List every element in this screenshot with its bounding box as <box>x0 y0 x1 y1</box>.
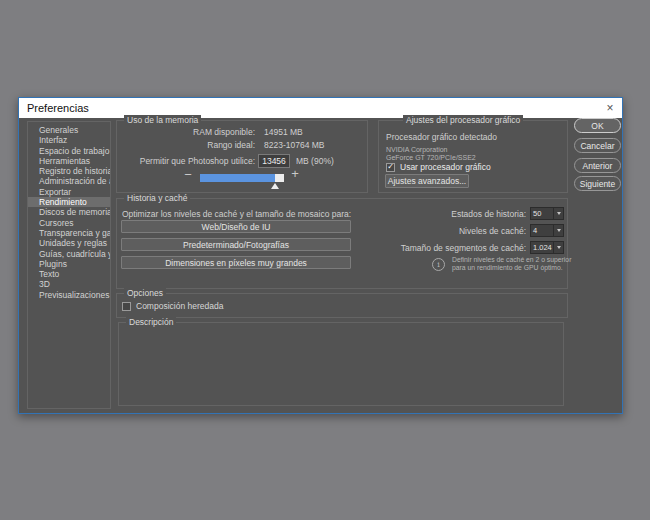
ram-available-row: RAM disponible: 14951 MB <box>117 127 363 137</box>
chevron-down-icon <box>553 225 563 236</box>
memory-section: Uso de la memoria RAM disponible: 14951 … <box>116 120 368 193</box>
sidebar-item-generales[interactable]: Generales <box>28 125 110 135</box>
close-icon[interactable]: × <box>602 100 618 116</box>
sidebar-item-texto[interactable]: Texto <box>28 269 110 279</box>
cache-levels-select[interactable]: 4 <box>530 224 564 237</box>
gpu-section: Ajustes del procesador gráfico Procesado… <box>378 120 568 193</box>
plus-icon[interactable]: + <box>288 166 302 181</box>
history-cache-title: Historia y caché <box>124 193 190 203</box>
sidebar-item-herramientas[interactable]: Herramientas <box>28 156 110 166</box>
history-cache-section: Historia y caché Optimizar los niveles d… <box>116 198 568 289</box>
preferences-dialog: Preferencias × Generales Interfaz Espaci… <box>18 97 623 414</box>
history-states-select[interactable]: 50 <box>530 207 564 220</box>
sidebar-item-discos-de-memoria-virtual[interactable]: Discos de memoria virtual <box>28 207 110 217</box>
ok-button[interactable]: OK <box>574 118 621 133</box>
cache-levels-value: 4 <box>531 226 553 235</box>
let-photoshop-use-label: Permitir que Photoshop utilice: <box>117 156 255 166</box>
description-section: Descripción <box>118 322 564 406</box>
ram-available-value: 14951 MB <box>264 127 303 137</box>
ram-available-label: RAM disponible: <box>117 127 255 137</box>
next-button[interactable]: Siguiente <box>574 176 621 191</box>
use-gpu-checkbox[interactable]: ✓ <box>386 163 395 172</box>
gpu-section-title: Ajustes del procesador gráfico <box>403 115 523 125</box>
gpu-model: GeForce GT 720/PCIe/SSE2 <box>386 154 476 161</box>
info-icon: i <box>432 258 445 271</box>
sidebar-item-previsualizaciones[interactable]: Previsualizaciones de tecnología <box>28 290 110 300</box>
sidebar-item-transparencia-y-gama[interactable]: Transparencia y gama <box>28 228 110 238</box>
advanced-settings-button[interactable]: Ajustes avanzados... <box>385 174 469 188</box>
memory-unit-label: MB (90%) <box>296 156 334 166</box>
cache-tile-size-label: Tamaño de segmentos de caché: <box>401 243 526 253</box>
gpu-vendor: NVIDIA Corporation <box>386 146 447 153</box>
options-title: Opciones <box>124 288 166 298</box>
cache-tile-size-select[interactable]: 1.024 K <box>530 241 564 254</box>
sidebar-item-interfaz[interactable]: Interfaz <box>28 135 110 145</box>
memory-slider-thumb[interactable] <box>271 183 279 189</box>
cache-tile-size-value: 1.024 K <box>531 243 553 252</box>
sidebar: Generales Interfaz Espacio de trabajo He… <box>27 121 111 409</box>
cache-info-text: Definir niveles de caché en 2 o superior… <box>452 256 578 271</box>
sidebar-item-rendimiento[interactable]: Rendimiento <box>28 197 110 207</box>
previous-button[interactable]: Anterior <box>574 158 621 173</box>
sidebar-item-administracion-de-archivos[interactable]: Administración de archivos <box>28 176 110 186</box>
sidebar-item-espacio-de-trabajo[interactable]: Espacio de trabajo <box>28 146 110 156</box>
optimize-label: Optimizar los niveles de caché y el tama… <box>122 209 351 219</box>
dialog-titlebar[interactable]: Preferencias × <box>19 98 622 118</box>
sidebar-item-cursores[interactable]: Cursores <box>28 218 110 228</box>
sidebar-item-plugins[interactable]: Plugins <box>28 259 110 269</box>
memory-section-title: Uso de la memoria <box>124 115 201 125</box>
memory-amount-input[interactable] <box>258 154 290 168</box>
sidebar-item-guias-cuadricula-y-sectores[interactable]: Guías, cuadrícula y sectores <box>28 249 110 259</box>
ideal-range-row: Rango ideal: 8223-10764 MB <box>117 140 363 150</box>
history-states-label: Estados de historia: <box>451 209 526 219</box>
legacy-compositing-label: Composición heredada <box>136 301 223 311</box>
cache-levels-label: Niveles de caché: <box>459 226 526 236</box>
ideal-range-value: 8223-10764 MB <box>264 140 325 150</box>
sidebar-item-registro-de-historia[interactable]: Registro de historia <box>28 166 110 176</box>
ideal-range-label: Rango ideal: <box>117 140 255 150</box>
chevron-down-icon <box>553 208 563 219</box>
minus-icon[interactable]: − <box>181 167 195 182</box>
description-title: Descripción <box>126 317 176 327</box>
use-gpu-label: Usar procesador gráfico <box>400 162 491 172</box>
sidebar-item-exportar[interactable]: Exportar <box>28 187 110 197</box>
let-photoshop-use-row: Permitir que Photoshop utilice: MB (90%) <box>117 154 363 168</box>
preset-web-button[interactable]: Web/Diseño de IU <box>121 220 351 233</box>
legacy-compositing-checkbox[interactable] <box>122 302 131 311</box>
sidebar-item-3d[interactable]: 3D <box>28 279 110 289</box>
sidebar-item-unidades-y-reglas[interactable]: Unidades y reglas <box>28 238 110 248</box>
options-section: Opciones Composición heredada <box>116 293 568 318</box>
memory-slider-fill <box>200 174 275 182</box>
gpu-detected-label: Procesador gráfico detectado <box>386 132 497 142</box>
cancel-button[interactable]: Cancelar <box>574 138 621 153</box>
check-icon: ✓ <box>387 163 394 171</box>
dialog-title: Preferencias <box>27 102 89 114</box>
preset-huge-pixels-button[interactable]: Dimensiones en píxeles muy grandes <box>121 256 351 269</box>
memory-slider[interactable] <box>200 174 284 182</box>
preset-default-button[interactable]: Predeterminado/Fotografías <box>121 238 351 251</box>
history-states-value: 50 <box>531 209 553 218</box>
chevron-down-icon <box>553 242 563 253</box>
